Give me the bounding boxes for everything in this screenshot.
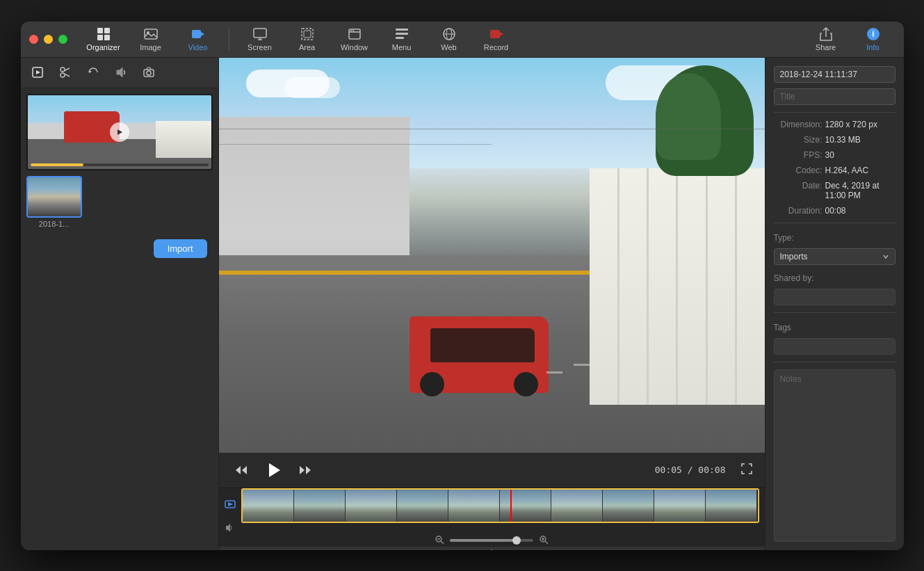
type-dropdown[interactable]: Imports	[774, 248, 895, 265]
svg-marker-7	[201, 32, 204, 36]
audio-track-row	[219, 523, 765, 535]
web-label: Web	[441, 43, 456, 51]
shared-by-input[interactable]	[774, 289, 895, 305]
media-label-2: 2018-1...	[39, 220, 69, 228]
svg-line-50	[545, 541, 548, 544]
divider-3	[774, 312, 895, 313]
collapse-timeline-button[interactable]: ▲	[219, 547, 765, 550]
record-label: Record	[484, 43, 508, 51]
web-icon	[441, 26, 457, 42]
main-toolbar: Organizer Image Video	[81, 22, 895, 56]
svg-marker-44	[228, 502, 233, 506]
divider-4	[774, 362, 895, 362]
size-value: 10.33 MB	[825, 135, 895, 145]
screen-button[interactable]: Screen	[238, 22, 282, 56]
image-button[interactable]: Image	[129, 22, 173, 56]
frame-10	[706, 490, 757, 522]
media-item-2[interactable]: 2018-1...	[26, 176, 82, 228]
zoom-in-icon[interactable]	[539, 535, 549, 547]
video-area: 00:05 / 00:08	[219, 58, 765, 550]
info-date-row: Date: Dec 4, 2019 at 11:00 PM	[774, 181, 895, 200]
svg-rect-17	[396, 29, 408, 31]
window-button[interactable]: Window	[332, 22, 377, 56]
import-button[interactable]: Import	[154, 239, 207, 258]
type-value: Imports	[780, 252, 808, 262]
menu-label: Menu	[392, 43, 412, 51]
svg-rect-19	[396, 37, 404, 39]
total-time: 00:08	[698, 465, 725, 475]
svg-marker-34	[117, 67, 122, 77]
track-frames[interactable]	[241, 488, 759, 523]
zoom-out-icon[interactable]	[435, 535, 444, 547]
web-button[interactable]: Web	[427, 22, 471, 56]
tags-input[interactable]	[774, 338, 895, 355]
share-icon	[818, 26, 834, 42]
date-value: Dec 4, 2019 at 11:00 PM	[825, 181, 895, 200]
thumbnail-grid: 2018-1...	[26, 176, 213, 228]
timeline-area: ▲	[219, 488, 765, 550]
info-codec-row: Codec: H.264, AAC	[774, 166, 895, 175]
skip-forward-button[interactable]	[294, 459, 316, 481]
play-overlay-1[interactable]	[110, 122, 129, 142]
minimize-button[interactable]	[44, 35, 53, 44]
svg-marker-45	[226, 524, 230, 532]
maximize-button[interactable]	[58, 35, 67, 44]
svg-point-15	[350, 30, 352, 31]
sidebar: 2018-1... Import	[21, 58, 219, 550]
info-button[interactable]: i Info	[851, 22, 895, 56]
svg-rect-11	[302, 29, 313, 40]
info-dimension-row: Dimension: 1280 x 720 px	[774, 120, 895, 129]
title-bar: Organizer Image Video	[21, 22, 904, 58]
info-duration-row: Duration: 00:08	[774, 206, 895, 216]
organizer-icon	[96, 26, 111, 42]
divider-2	[774, 223, 895, 223]
organizer-button[interactable]: Organizer	[81, 22, 126, 56]
tags-label: Tags	[774, 323, 895, 332]
svg-marker-38	[236, 466, 241, 474]
info-size-row: Size: 10.33 MB	[774, 135, 895, 145]
zoom-slider[interactable]	[450, 539, 533, 542]
media-item-1[interactable]	[26, 94, 213, 170]
playhead[interactable]	[510, 488, 512, 522]
fps-label: FPS:	[774, 150, 822, 160]
play-pause-button[interactable]	[261, 458, 286, 483]
svg-rect-23	[490, 30, 500, 38]
current-time: 00:05	[655, 465, 682, 475]
info-label: Info	[866, 43, 879, 51]
sidebar-scissors-icon[interactable]	[54, 61, 76, 83]
info-fps-row: FPS: 30	[774, 150, 895, 160]
skip-back-button[interactable]	[230, 459, 252, 481]
video-track-icon	[225, 499, 238, 512]
video-button[interactable]: Video	[176, 22, 220, 56]
area-button[interactable]: Area	[285, 22, 330, 56]
share-button[interactable]: Share	[804, 22, 848, 56]
menu-button[interactable]: Menu	[380, 22, 424, 56]
car	[410, 316, 549, 393]
record-button[interactable]: Record	[474, 22, 519, 56]
fullscreen-button[interactable]	[740, 462, 754, 478]
svg-point-36	[147, 71, 151, 75]
svg-rect-8	[254, 29, 266, 38]
close-button[interactable]	[29, 35, 38, 44]
notes-box[interactable]: Notes	[774, 369, 895, 542]
svg-marker-41	[300, 466, 305, 474]
svg-marker-39	[242, 466, 247, 474]
media-thumbnail-2[interactable]	[26, 176, 82, 218]
sidebar-camera-icon[interactable]	[138, 61, 160, 83]
video-display	[219, 58, 765, 453]
organizer-label: Organizer	[86, 43, 120, 51]
sidebar-volume-icon[interactable]	[110, 61, 132, 83]
sidebar-content: 2018-1... Import	[21, 88, 218, 550]
svg-rect-2	[97, 35, 103, 40]
image-label: Image	[140, 43, 161, 51]
fps-value: 30	[825, 150, 895, 160]
media-thumbnail-1[interactable]	[26, 94, 213, 170]
info-title-input[interactable]: Title	[774, 88, 895, 105]
frame-5	[448, 490, 500, 522]
svg-rect-0	[97, 28, 103, 33]
window-icon	[347, 26, 362, 42]
frame-8	[603, 490, 654, 522]
sidebar-play-icon[interactable]	[26, 61, 49, 83]
sidebar-rotate-icon[interactable]	[82, 61, 104, 83]
zoom-handle	[512, 536, 521, 545]
